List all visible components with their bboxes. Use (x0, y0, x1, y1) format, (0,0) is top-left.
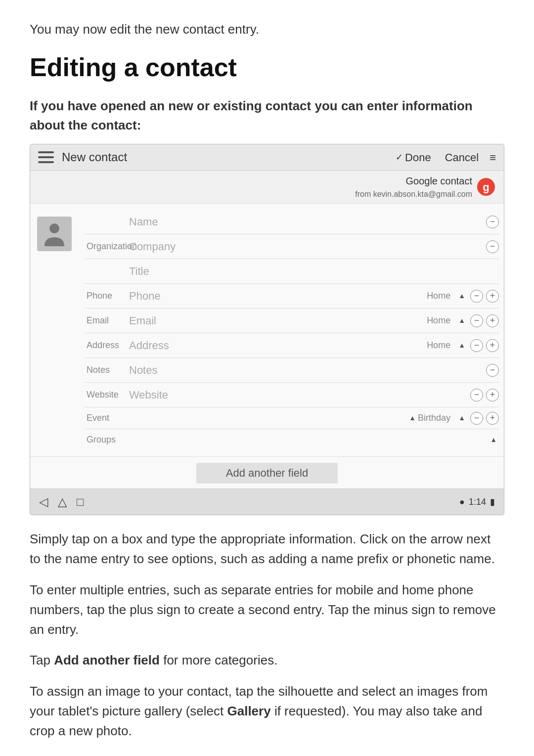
recent-nav-icon[interactable]: □ (77, 493, 84, 511)
org-minus-btn[interactable]: − (486, 240, 499, 253)
home-nav-icon[interactable]: △ (58, 493, 67, 511)
organization-label: Organization (85, 240, 129, 253)
body-para-2: To enter multiple entries, such as separ… (30, 580, 504, 640)
google-contact-title: Google contact (355, 174, 472, 188)
editor-titlebar: New contact ✓ Done Cancel ≡ (30, 144, 504, 171)
event-plus-btn[interactable]: + (486, 412, 499, 425)
done-button[interactable]: ✓ Done (396, 149, 431, 166)
email-input[interactable]: Email (129, 312, 427, 329)
form-fields-col: Name − Organization Company − Title P (80, 210, 504, 450)
event-minus-btn[interactable]: − (470, 412, 483, 425)
google-account-bar: Google contact from kevin.abson.kta@gmai… (30, 171, 504, 204)
event-label: Event (85, 411, 129, 425)
address-plus-btn[interactable]: + (486, 339, 499, 352)
body-para-4: To assign an image to your contact, tap … (30, 681, 504, 741)
title-input[interactable]: Title (129, 263, 499, 279)
body-para-5: Tap Done to finish and save the contact. (30, 752, 504, 756)
back-icon[interactable] (38, 151, 54, 163)
event-field-row: Event ▲ Birthday ▲ − + (85, 407, 499, 429)
event-arrow-icon[interactable]: ▲ (409, 413, 416, 423)
phone-label: Phone (85, 289, 129, 303)
add-field-bar: Add another field (30, 456, 504, 489)
body-para-3: Tap Add another field for more categorie… (30, 650, 504, 670)
avatar-col (30, 210, 80, 450)
google-contact-subtitle: from kevin.abson.kta@gmail.com (355, 188, 472, 200)
notes-input[interactable]: Notes (129, 362, 483, 378)
menu-icon[interactable]: ≡ (490, 149, 496, 166)
battery-icon: ▮ (490, 495, 495, 509)
editor-form-body: Name − Organization Company − Title P (30, 204, 504, 456)
phone-input[interactable]: Phone (129, 288, 427, 304)
notes-label: Notes (85, 363, 129, 377)
name-field-row: Name − (85, 210, 499, 234)
company-input[interactable]: Company (129, 238, 483, 255)
intro-text: You may now edit the new contact entry. (30, 20, 504, 39)
notes-minus-btn[interactable]: − (486, 364, 499, 377)
svg-point-0 (49, 223, 59, 233)
phone-minus-btn[interactable]: − (470, 290, 483, 303)
event-right-arrow-icon[interactable]: ▲ (458, 413, 465, 423)
website-label: Website (85, 388, 129, 401)
address-input[interactable]: Address (129, 337, 427, 354)
section1-desc: If you have opened an new or existing co… (30, 96, 504, 135)
website-input[interactable]: Website (129, 387, 467, 403)
phone-plus-btn[interactable]: + (486, 290, 499, 303)
contact-editor: New contact ✓ Done Cancel ≡ Google conta… (30, 144, 504, 515)
address-field-row: Address Address Home ▲ − + (85, 333, 499, 358)
organization-field-row: Organization Company − (85, 234, 499, 259)
google-icon: g (477, 178, 495, 196)
status-bar: ● 1:14 ▮ (459, 495, 495, 509)
back-nav-icon[interactable]: ◁ (39, 493, 48, 511)
add-another-field-button[interactable]: Add another field (196, 463, 338, 484)
email-label: Email (85, 314, 129, 327)
new-contact-label: New contact (62, 148, 391, 166)
email-field-row: Email Email Home ▲ − + (85, 309, 499, 333)
groups-label: Groups (85, 433, 129, 446)
address-arrow-icon[interactable]: ▲ (458, 340, 465, 351)
phone-arrow-icon[interactable]: ▲ (458, 291, 465, 301)
nav-icons: ◁ △ □ (39, 493, 84, 511)
email-minus-btn[interactable]: − (470, 314, 483, 327)
address-type: Home (427, 339, 450, 352)
time-display: 1:14 (469, 495, 486, 509)
title-field-row: Title (85, 259, 499, 284)
cancel-button[interactable]: Cancel (445, 149, 479, 166)
notes-field-row: Notes Notes − (85, 358, 499, 383)
battery-dot: ● (459, 495, 465, 509)
section1-heading: Editing a contact (30, 48, 504, 87)
email-arrow-icon[interactable]: ▲ (458, 315, 465, 326)
website-minus-btn[interactable]: − (470, 389, 483, 401)
avatar-silhouette-icon (44, 222, 64, 246)
avatar[interactable] (37, 217, 72, 251)
groups-field-row: Groups ▲ (85, 429, 499, 450)
body-para-1: Simply tap on a box and type the appropr… (30, 529, 504, 569)
phone-field-row: Phone Phone Home ▲ − + (85, 284, 499, 309)
address-minus-btn[interactable]: − (470, 339, 483, 352)
phone-type: Home (427, 289, 450, 303)
website-plus-btn[interactable]: + (486, 389, 499, 401)
event-type: Birthday (418, 411, 450, 425)
name-minus-btn[interactable]: − (486, 216, 499, 228)
address-label: Address (85, 339, 129, 352)
groups-arrow-icon[interactable]: ▲ (490, 435, 497, 445)
name-input[interactable]: Name (129, 214, 483, 230)
email-plus-btn[interactable]: + (486, 314, 499, 327)
nav-bar: ◁ △ □ ● 1:14 ▮ (30, 489, 504, 515)
email-type: Home (427, 314, 450, 327)
website-field-row: Website Website − + (85, 383, 499, 407)
